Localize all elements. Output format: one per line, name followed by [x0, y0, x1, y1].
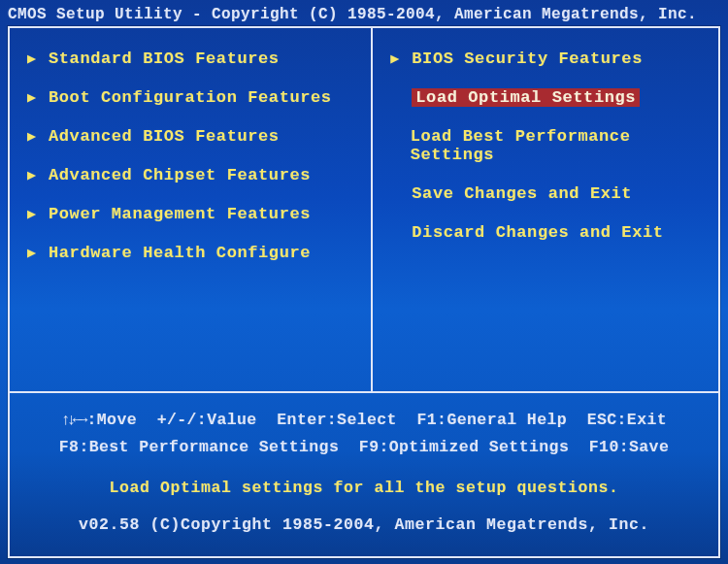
help-move: :Move: [87, 411, 138, 429]
menu-label: Load Best Performance Settings: [411, 127, 701, 164]
help-bar: ↑↓←→:Move +/-/:Value Enter:Select F1:Gen…: [10, 391, 718, 556]
menu-panes: ▶ Standard BIOS Features ▶ Boot Configur…: [10, 28, 718, 391]
menu-save-exit[interactable]: ▶ Save Changes and Exit: [390, 184, 701, 203]
menu-label: Standard BIOS Features: [49, 50, 280, 68]
triangle-right-icon: ▶: [27, 88, 49, 107]
arrow-keys-icon: ↑↓←→: [61, 407, 84, 434]
triangle-right-icon: ▶: [27, 205, 49, 223]
copyright-line: v02.58 (C)Copyright 1985-2004, American …: [10, 502, 718, 547]
menu-bios-security[interactable]: ▶ BIOS Security Features: [390, 50, 701, 68]
help-f10: F10:Save: [589, 438, 669, 456]
help-line-1: ↑↓←→:Move +/-/:Value Enter:Select F1:Gen…: [10, 407, 718, 434]
triangle-right-icon: ▶: [27, 244, 49, 262]
bios-screen: CMOS Setup Utility - Copyright (C) 1985-…: [0, 0, 728, 564]
menu-label: Discard Changes and Exit: [412, 223, 663, 242]
menu-boot-config[interactable]: ▶ Boot Configuration Features: [27, 88, 353, 107]
menu-label: Load Optimal Settings: [412, 88, 640, 107]
menu-label: Save Changes and Exit: [412, 184, 632, 203]
help-f8: F8:Best Performance Settings: [59, 438, 339, 456]
menu-standard-bios[interactable]: ▶ Standard BIOS Features: [27, 50, 353, 68]
help-value: +/-/:Value: [157, 411, 257, 429]
menu-discard-exit[interactable]: ▶ Discard Changes and Exit: [390, 223, 701, 242]
help-select: Enter:Select: [277, 411, 397, 429]
menu-label: BIOS Security Features: [412, 50, 643, 68]
menu-label: Power Management Features: [49, 205, 311, 223]
status-line: Load Optimal settings for all the setup …: [10, 461, 718, 502]
menu-hardware-health[interactable]: ▶ Hardware Health Configure: [27, 244, 353, 262]
triangle-right-icon: ▶: [27, 50, 49, 68]
menu-load-best-performance[interactable]: ▶ Load Best Performance Settings: [390, 127, 701, 164]
help-general: F1:General Help: [417, 411, 568, 429]
menu-load-optimal[interactable]: ▶ Load Optimal Settings: [390, 88, 701, 107]
menu-label: Hardware Health Configure: [49, 244, 311, 262]
title-text: CMOS Setup Utility - Copyright (C) 1985-…: [8, 6, 697, 23]
triangle-right-icon: ▶: [390, 50, 412, 68]
menu-label: Advanced Chipset Features: [49, 166, 311, 184]
left-column: ▶ Standard BIOS Features ▶ Boot Configur…: [10, 28, 371, 391]
frame: ▶ Standard BIOS Features ▶ Boot Configur…: [8, 26, 720, 558]
menu-advanced-chipset[interactable]: ▶ Advanced Chipset Features: [27, 166, 353, 184]
menu-advanced-bios[interactable]: ▶ Advanced BIOS Features: [27, 127, 353, 146]
menu-label: Advanced BIOS Features: [49, 127, 280, 146]
title-bar: CMOS Setup Utility - Copyright (C) 1985-…: [0, 0, 728, 26]
help-line-2: F8:Best Performance Settings F9:Optimize…: [10, 434, 718, 461]
triangle-right-icon: ▶: [27, 127, 49, 146]
help-f9: F9:Optimized Settings: [359, 438, 569, 456]
right-column: ▶ BIOS Security Features ▶ Load Optimal …: [371, 28, 718, 391]
triangle-right-icon: ▶: [27, 166, 49, 184]
menu-label: Boot Configuration Features: [49, 88, 332, 107]
menu-power-management[interactable]: ▶ Power Management Features: [27, 205, 353, 223]
help-exit: ESC:Exit: [587, 411, 667, 429]
